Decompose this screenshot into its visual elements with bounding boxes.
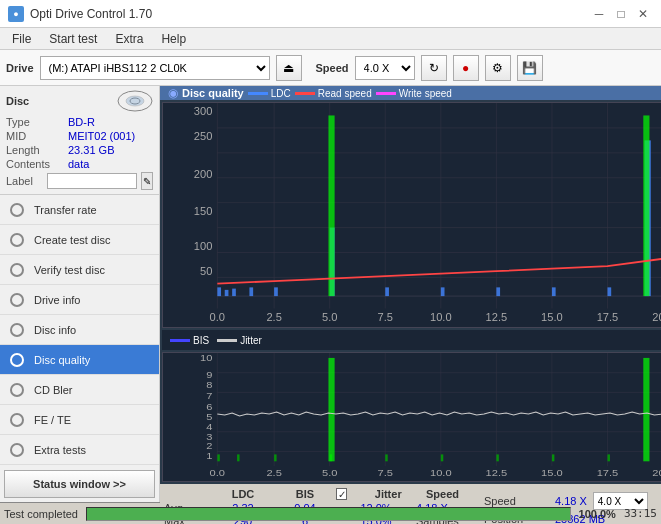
type-value: BD-R xyxy=(68,116,95,128)
sidebar-item-fe-te[interactable]: FE / TE xyxy=(0,405,159,435)
refresh-button[interactable]: ↻ xyxy=(421,55,447,81)
maximize-button[interactable]: □ xyxy=(611,5,631,23)
svg-rect-52 xyxy=(328,115,334,296)
app-icon: ● xyxy=(8,6,24,22)
mid-label: MID xyxy=(6,130,64,142)
svg-rect-98 xyxy=(237,455,239,462)
settings-button[interactable]: ⚙ xyxy=(485,55,511,81)
fe-te-icon xyxy=(8,411,26,429)
svg-text:9: 9 xyxy=(206,370,213,380)
svg-point-2 xyxy=(126,96,144,106)
extra-tests-icon xyxy=(8,441,26,459)
menu-file[interactable]: File xyxy=(4,30,39,48)
menu-extra[interactable]: Extra xyxy=(107,30,151,48)
sidebar-item-verify-test-disc[interactable]: Verify test disc xyxy=(0,255,159,285)
nav-label-disc-info: Disc info xyxy=(34,324,76,336)
menu-help[interactable]: Help xyxy=(153,30,194,48)
svg-text:4: 4 xyxy=(206,422,213,432)
write-speed-color xyxy=(376,92,396,95)
sidebar-item-drive-info[interactable]: Drive info xyxy=(0,285,159,315)
contents-label: Contents xyxy=(6,158,64,170)
legend-read-speed: Read speed xyxy=(295,88,372,99)
app-title: Opti Drive Control 1.70 xyxy=(30,7,152,21)
bottom-chart: 10 9 8 7 6 5 4 3 2 1 20% 16% 12% 8% 4% xyxy=(162,352,661,482)
chart-title: Disc quality xyxy=(182,87,244,99)
sidebar-item-disc-info[interactable]: Disc info xyxy=(0,315,159,345)
close-button[interactable]: ✕ xyxy=(633,5,653,23)
svg-rect-47 xyxy=(607,287,611,296)
burn-button[interactable]: ● xyxy=(453,55,479,81)
label-row: Label ✎ xyxy=(6,172,153,190)
nav-label-drive-info: Drive info xyxy=(34,294,80,306)
svg-text:10.0: 10.0 xyxy=(430,311,452,323)
svg-rect-104 xyxy=(552,455,554,462)
disc-length-row: Length 23.31 GB xyxy=(6,144,153,156)
menu-starttest[interactable]: Start test xyxy=(41,30,105,48)
nav-label-disc-quality: Disc quality xyxy=(34,354,90,366)
sidebar-item-extra-tests[interactable]: Extra tests xyxy=(0,435,159,465)
svg-text:12.5: 12.5 xyxy=(486,311,508,323)
disc-icon xyxy=(117,90,153,112)
eject-button[interactable]: ⏏ xyxy=(276,55,302,81)
svg-text:12.5: 12.5 xyxy=(486,468,508,478)
svg-rect-106 xyxy=(328,358,334,461)
svg-text:17.5: 17.5 xyxy=(597,311,619,323)
status-window-button[interactable]: Status window >> xyxy=(4,470,155,498)
svg-text:2: 2 xyxy=(206,442,213,452)
svg-text:2.5: 2.5 xyxy=(266,468,282,478)
status-text: Test completed xyxy=(4,508,78,520)
legend-jitter: Jitter xyxy=(217,335,262,346)
sidebar-item-cd-bler[interactable]: CD Bler xyxy=(0,375,159,405)
svg-text:150: 150 xyxy=(194,205,213,217)
nav-label-verify-test-disc: Verify test disc xyxy=(34,264,105,276)
svg-rect-66 xyxy=(163,353,661,481)
speed-stat-value: 4.18 X xyxy=(555,495,587,507)
disc-type-row: Type BD-R xyxy=(6,116,153,128)
disc-quality-icon xyxy=(8,351,26,369)
label-edit-button[interactable]: ✎ xyxy=(141,172,153,190)
top-chart: 300 250 200 150 100 50 18X 16X 14X 12X 1… xyxy=(162,102,661,328)
svg-text:17.5: 17.5 xyxy=(597,468,619,478)
length-label: Length xyxy=(6,144,64,156)
jitter-checkbox[interactable]: ✓ xyxy=(336,488,347,500)
top-chart-svg: 300 250 200 150 100 50 18X 16X 14X 12X 1… xyxy=(163,103,661,327)
sidebar-item-transfer-rate[interactable]: Transfer rate xyxy=(0,195,159,225)
drive-select[interactable]: (M:) ATAPI iHBS112 2 CL0K xyxy=(40,56,270,80)
speed-select[interactable]: 4.0 X xyxy=(355,56,415,80)
save-button[interactable]: 💾 xyxy=(517,55,543,81)
menubar: File Start test Extra Help xyxy=(0,28,661,50)
sidebar-item-disc-quality[interactable]: Disc quality xyxy=(0,345,159,375)
write-speed-label: Write speed xyxy=(399,88,452,99)
ldc-label: LDC xyxy=(271,88,291,99)
time-text: 33:15 xyxy=(624,507,657,520)
svg-text:7.5: 7.5 xyxy=(378,311,393,323)
nav-label-create-test-disc: Create test disc xyxy=(34,234,110,246)
minimize-button[interactable]: ─ xyxy=(589,5,609,23)
titlebar: ● Opti Drive Control 1.70 ─ □ ✕ xyxy=(0,0,661,28)
progress-bar-container xyxy=(86,507,571,521)
jitter-header: Jitter xyxy=(350,488,426,500)
read-speed-color xyxy=(295,92,315,95)
svg-text:15.0: 15.0 xyxy=(541,311,563,323)
chart-icon: ◉ xyxy=(168,86,178,100)
svg-text:2.5: 2.5 xyxy=(266,311,281,323)
contents-value: data xyxy=(68,158,89,170)
legend-write-speed: Write speed xyxy=(376,88,452,99)
cd-bler-icon xyxy=(8,381,26,399)
svg-rect-101 xyxy=(385,455,387,462)
label-input[interactable] xyxy=(47,173,137,189)
svg-rect-41 xyxy=(274,287,278,296)
length-value: 23.31 GB xyxy=(68,144,114,156)
svg-text:10: 10 xyxy=(200,353,213,363)
svg-text:0.0: 0.0 xyxy=(210,468,226,478)
disc-mid-row: MID MEIT02 (001) xyxy=(6,130,153,142)
disc-panel: Disc Type BD-R MID MEIT02 (001) Length 2… xyxy=(0,86,159,195)
legend-bis: BIS xyxy=(170,335,209,346)
sidebar-item-create-test-disc[interactable]: Create test disc xyxy=(0,225,159,255)
titlebar-left: ● Opti Drive Control 1.70 xyxy=(8,6,152,22)
svg-text:5.0: 5.0 xyxy=(322,468,338,478)
bis-color xyxy=(170,339,190,342)
svg-rect-99 xyxy=(274,455,276,462)
drive-label: Drive xyxy=(6,62,34,74)
svg-rect-107 xyxy=(643,358,649,461)
